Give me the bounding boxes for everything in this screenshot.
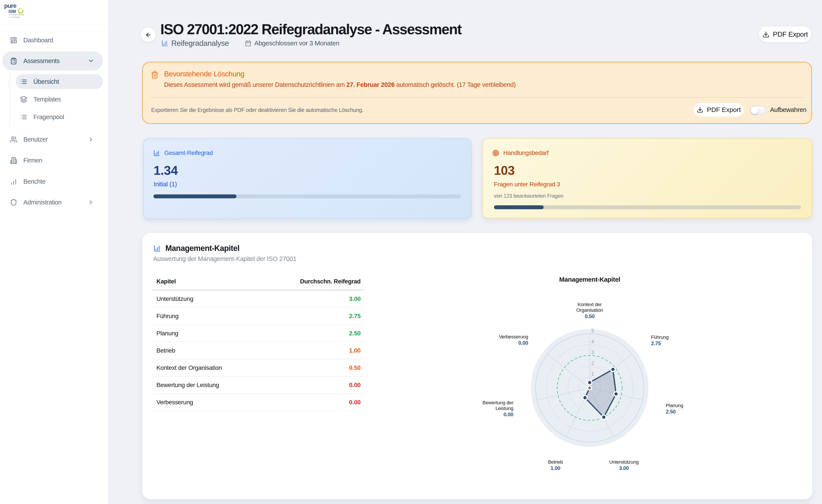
- svg-text:Management-Kapitel: Management-Kapitel: [559, 276, 620, 283]
- svg-text:Betrieb: Betrieb: [548, 459, 563, 465]
- svg-text:ISM: ISM: [9, 9, 16, 14]
- svg-text:0.50: 0.50: [585, 313, 594, 319]
- svg-text:2.50: 2.50: [666, 409, 676, 415]
- svg-text:3: 3: [591, 350, 594, 355]
- svg-text:Unterstützung: Unterstützung: [609, 459, 639, 465]
- svg-text:Information security: Information security: [9, 14, 24, 16]
- svg-text:pure: pure: [4, 2, 17, 9]
- svg-text:1.00: 1.00: [550, 465, 560, 471]
- svg-text:2: 2: [591, 361, 594, 366]
- svg-text:5: 5: [591, 328, 594, 334]
- svg-text:Planung: Planung: [666, 403, 683, 408]
- svg-text:4: 4: [591, 339, 594, 345]
- svg-text:0.00: 0.00: [518, 340, 528, 346]
- svg-text:Führung: Führung: [651, 335, 669, 340]
- svg-text:Bewertung der: Bewertung der: [482, 400, 513, 405]
- svg-text:3.00: 3.00: [619, 465, 629, 471]
- svg-text:for renewables: for renewables: [9, 16, 20, 18]
- svg-text:Leistung: Leistung: [495, 406, 513, 411]
- svg-text:1: 1: [591, 371, 594, 377]
- svg-text:0.00: 0.00: [503, 412, 513, 417]
- svg-text:Organisation: Organisation: [576, 308, 603, 313]
- svg-text:2.75: 2.75: [651, 340, 661, 346]
- svg-text:Verbesserung: Verbesserung: [499, 334, 528, 340]
- svg-text:Kontext der: Kontext der: [578, 302, 602, 307]
